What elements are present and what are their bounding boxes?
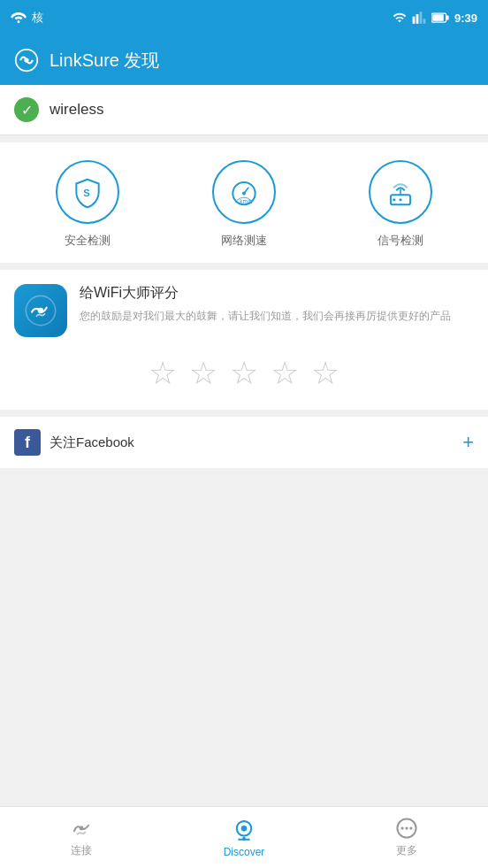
- nav-item-more[interactable]: 更多: [325, 817, 488, 858]
- check-icon: ✓: [14, 97, 39, 122]
- star-5[interactable]: ☆: [311, 355, 339, 392]
- svg-rect-1: [432, 14, 444, 21]
- wireless-name: wireless: [50, 101, 103, 119]
- speed-test-label: 网络测速: [221, 233, 267, 249]
- signal-bars-icon: [412, 11, 426, 25]
- star-3[interactable]: ☆: [230, 355, 258, 392]
- nav-label-more: 更多: [396, 843, 417, 858]
- nav-label-discover: Discover: [224, 846, 265, 858]
- svg-point-20: [401, 826, 404, 829]
- connect-nav-icon: [70, 817, 93, 840]
- security-check-label: 安全检测: [65, 233, 111, 249]
- add-facebook-icon[interactable]: +: [462, 431, 474, 454]
- carrier-text: 核: [32, 10, 43, 26]
- security-check-icon-circle: S: [56, 160, 119, 224]
- status-bar-left: 核: [11, 10, 43, 26]
- app-title: LinkSure 发现: [50, 49, 160, 73]
- svg-point-14: [80, 826, 84, 831]
- facebook-left: f 关注Facebook: [14, 429, 134, 456]
- svg-point-7: [242, 192, 246, 196]
- nav-item-connect[interactable]: 连接: [0, 817, 163, 858]
- star-2[interactable]: ☆: [189, 355, 217, 392]
- facebook-icon: f: [14, 429, 41, 456]
- rating-title: 给WiFi大师评分: [80, 284, 474, 303]
- svg-rect-2: [446, 16, 449, 20]
- app-header: LinkSure 发现: [0, 35, 488, 85]
- wireless-card: ✓ wireless: [0, 85, 488, 135]
- svg-point-21: [405, 826, 408, 829]
- router-icon: [384, 175, 417, 209]
- rating-header: 给WiFi大师评分 您的鼓励是对我们最大的鼓舞，请让我们知道，我们会再接再厉提供…: [14, 284, 474, 337]
- wifi-logo-icon: [23, 293, 58, 328]
- main-content: ✓ wireless S 安全检测 km/h: [0, 85, 488, 806]
- svg-point-4: [24, 58, 28, 62]
- facebook-card[interactable]: f 关注Facebook +: [0, 417, 488, 468]
- svg-text:S: S: [83, 188, 89, 198]
- time-display: 9:39: [454, 12, 477, 25]
- status-bar: 核 9:39: [0, 0, 488, 35]
- stars-row: ☆ ☆ ☆ ☆ ☆: [14, 348, 474, 396]
- svg-point-11: [400, 198, 402, 201]
- wifi-master-icon: [11, 10, 27, 26]
- rating-desc: 您的鼓励是对我们最大的鼓舞，请让我们知道，我们会再接再厉提供更好的产品: [80, 308, 474, 324]
- svg-point-22: [409, 826, 412, 829]
- svg-point-10: [393, 198, 396, 201]
- star-4[interactable]: ☆: [271, 355, 299, 392]
- signal-check-icon-circle: [369, 160, 432, 224]
- security-check-item[interactable]: S 安全检测: [56, 160, 119, 249]
- speed-test-item[interactable]: km/h 网络测速: [212, 160, 276, 249]
- app-logo: [14, 284, 67, 337]
- svg-text:km/h: km/h: [240, 198, 252, 204]
- status-bar-right: 9:39: [393, 11, 477, 25]
- signal-check-label: 信号检测: [377, 233, 423, 249]
- linksure-icon: [14, 48, 39, 73]
- more-nav-icon: [395, 817, 418, 840]
- speedometer-icon: km/h: [227, 175, 261, 209]
- signal-check-item[interactable]: 信号检测: [369, 160, 432, 249]
- wifi-signal-icon: [393, 11, 407, 25]
- nav-item-discover[interactable]: Discover: [163, 818, 325, 858]
- speed-test-icon-circle: km/h: [212, 160, 276, 224]
- shield-icon: S: [71, 175, 104, 209]
- rating-text-block: 给WiFi大师评分 您的鼓励是对我们最大的鼓舞，请让我们知道，我们会再接再厉提供…: [80, 284, 474, 324]
- svg-point-16: [241, 826, 248, 832]
- nav-label-connect: 连接: [71, 843, 92, 858]
- bottom-nav: 连接 Discover 更多: [0, 806, 488, 868]
- tools-row: S 安全检测 km/h 网络测速: [0, 142, 488, 263]
- battery-icon: [431, 12, 449, 24]
- discover-nav-icon: [232, 818, 256, 842]
- facebook-label: 关注Facebook: [50, 434, 134, 451]
- star-1[interactable]: ☆: [149, 355, 177, 392]
- svg-point-13: [38, 308, 44, 314]
- rating-card: 给WiFi大师评分 您的鼓励是对我们最大的鼓舞，请让我们知道，我们会再接再厉提供…: [0, 270, 488, 410]
